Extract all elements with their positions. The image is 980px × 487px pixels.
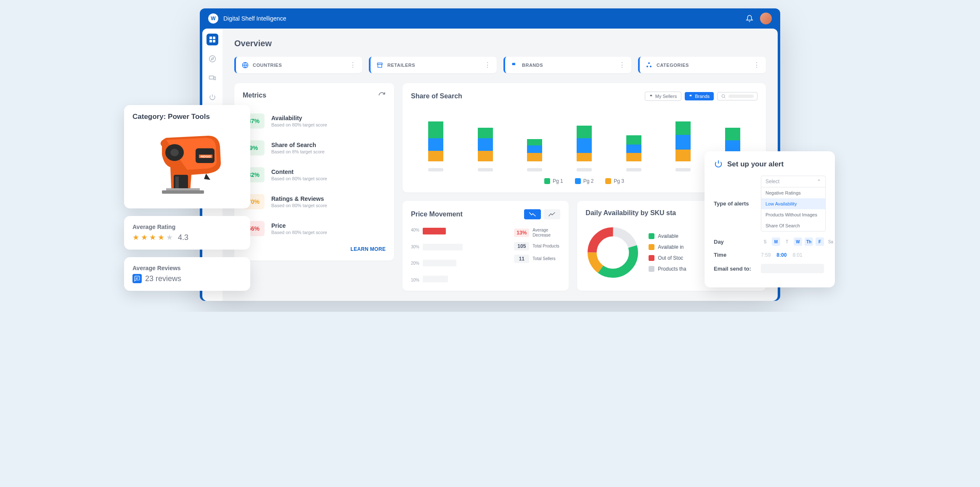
learn-more-link[interactable]: LEARN MORE bbox=[243, 246, 386, 252]
svg-rect-25 bbox=[166, 188, 200, 190]
main-content: Overview COUNTRIES ⋮ RETAILERS ⋮ BRANDS … bbox=[222, 29, 778, 301]
time-option[interactable]: 8:01 bbox=[792, 252, 802, 258]
flag-icon bbox=[511, 62, 518, 68]
sidebar-item-dashboard[interactable] bbox=[207, 34, 218, 45]
price-bars: 40% 30% 20% 10% bbox=[411, 228, 507, 282]
legend-item: Pg 3 bbox=[605, 178, 624, 184]
svg-point-4 bbox=[209, 56, 216, 62]
metrics-title: Metrics bbox=[243, 92, 266, 99]
x-label bbox=[675, 168, 691, 171]
share-search-title: Share of Search bbox=[411, 92, 462, 100]
svg-point-9 bbox=[648, 62, 650, 64]
select-option[interactable]: Products Without Images bbox=[761, 209, 825, 220]
legend-item: Products tha bbox=[649, 266, 686, 272]
legend-item: Available in bbox=[649, 244, 686, 250]
product-card: Category: Power Tools RIDGID bbox=[124, 105, 250, 208]
legend-label: Available in bbox=[658, 244, 683, 250]
sidebar-item-devices[interactable] bbox=[207, 72, 218, 84]
more-icon[interactable]: ⋮ bbox=[619, 61, 625, 69]
day-option[interactable]: Sa bbox=[826, 237, 835, 246]
email-input[interactable] bbox=[761, 264, 824, 273]
user-avatar[interactable] bbox=[760, 13, 772, 24]
filter-brands[interactable]: BRANDS ⋮ bbox=[503, 57, 631, 73]
donut-chart bbox=[585, 225, 640, 280]
trend-up-button[interactable] bbox=[543, 209, 560, 219]
sidebar-item-compass[interactable] bbox=[207, 53, 218, 65]
star-icon: ★ bbox=[132, 233, 139, 242]
select-option[interactable]: Negative Ratings bbox=[761, 187, 825, 198]
search-input[interactable] bbox=[717, 92, 758, 100]
filter-label: BRANDS bbox=[522, 63, 543, 68]
chart-bar bbox=[527, 139, 542, 161]
day-option[interactable]: W bbox=[794, 237, 802, 246]
metric-name: Content bbox=[271, 168, 327, 175]
select-option[interactable]: Low Availability bbox=[761, 198, 825, 209]
alert-overlay: Set up your alert Type of alerts Select⌃… bbox=[705, 151, 835, 295]
metrics-card: Metrics 87% Availability Based on 80% ta… bbox=[234, 83, 394, 261]
more-icon[interactable]: ⋮ bbox=[484, 61, 491, 69]
flag-icon bbox=[689, 94, 693, 98]
legend-item: Out of Stoc bbox=[649, 255, 686, 261]
alert-type-select[interactable]: Select⌃ Negative RatingsLow Availability… bbox=[761, 176, 826, 232]
x-label bbox=[478, 168, 493, 171]
metric-sub: Based on 8% target score bbox=[271, 149, 325, 154]
day-option[interactable]: F bbox=[816, 237, 824, 246]
my-sellers-pill[interactable]: My Sellers bbox=[645, 92, 681, 101]
filter-label: RETAILERS bbox=[387, 63, 415, 68]
store-icon bbox=[376, 62, 383, 68]
rating-title: Average Rating bbox=[132, 224, 242, 230]
sidebar-item-power[interactable] bbox=[207, 92, 218, 103]
cluster-icon bbox=[646, 62, 652, 68]
filter-categories[interactable]: CATEGORIES ⋮ bbox=[638, 57, 766, 73]
filters-row: COUNTRIES ⋮ RETAILERS ⋮ BRANDS ⋮ CATEGOR… bbox=[234, 57, 766, 73]
svg-point-11 bbox=[650, 66, 652, 67]
app-logo-icon: W bbox=[208, 13, 218, 24]
chart-bar bbox=[675, 121, 691, 161]
svg-rect-6 bbox=[209, 76, 214, 79]
time-option[interactable]: 7:59 bbox=[761, 252, 771, 258]
metric-name: Price bbox=[271, 222, 327, 229]
chart-bar bbox=[626, 135, 641, 161]
day-option[interactable]: S bbox=[761, 237, 769, 246]
refresh-icon[interactable] bbox=[378, 92, 386, 99]
stat-value: 105 bbox=[514, 242, 529, 250]
svg-point-18 bbox=[170, 149, 179, 156]
more-icon[interactable]: ⋮ bbox=[753, 61, 760, 69]
metric-row: 70% Ratings & Reviews Based on 80% targe… bbox=[243, 188, 386, 215]
more-icon[interactable]: ⋮ bbox=[350, 61, 356, 69]
power-icon bbox=[714, 160, 723, 169]
alert-title: Set up your alert bbox=[727, 160, 784, 168]
filter-retailers[interactable]: RETAILERS ⋮ bbox=[369, 57, 497, 73]
brands-pill[interactable]: Brands bbox=[685, 92, 714, 100]
svg-text:RIDGID: RIDGID bbox=[201, 155, 211, 158]
svg-rect-3 bbox=[213, 40, 215, 42]
metric-row: 9% Share of Search Based on 8% target sc… bbox=[243, 134, 386, 161]
time-option[interactable]: 8:00 bbox=[776, 252, 787, 258]
day-option[interactable]: T bbox=[783, 237, 791, 246]
metric-row: 56% Price Based on 80% target score bbox=[243, 215, 386, 242]
app-frame: W Digital Shelf Intelligence Overview CO… bbox=[200, 8, 780, 301]
trend-down-button[interactable] bbox=[524, 209, 541, 219]
search-icon bbox=[721, 94, 726, 99]
price-title: Price Movement bbox=[411, 211, 463, 218]
app-title: Digital Shelf Intelligence bbox=[223, 15, 286, 22]
alert-card: Set up your alert Type of alerts Select⌃… bbox=[705, 151, 835, 287]
day-option[interactable]: M bbox=[772, 237, 780, 246]
category-title: Category: Power Tools bbox=[132, 113, 242, 121]
legend-item: Pg 2 bbox=[575, 178, 594, 184]
star-icon: ★ bbox=[158, 233, 164, 242]
chart-bar bbox=[428, 121, 443, 161]
filter-countries[interactable]: COUNTRIES ⋮ bbox=[234, 57, 362, 73]
stat-label: Total Products bbox=[532, 244, 559, 249]
day-option[interactable]: Th bbox=[805, 237, 813, 246]
rating-value: 4.3 bbox=[178, 233, 188, 242]
metric-sub: Based on 80% target score bbox=[271, 203, 327, 208]
review-icon bbox=[132, 274, 142, 283]
globe-icon bbox=[242, 62, 249, 68]
select-option[interactable]: Share Of Search bbox=[761, 220, 825, 231]
legend-label: Products tha bbox=[658, 266, 686, 272]
bell-icon[interactable] bbox=[746, 15, 753, 22]
legend-item: Pg 1 bbox=[544, 178, 563, 184]
svg-point-12 bbox=[722, 95, 725, 97]
metric-sub: Based on 80% target score bbox=[271, 230, 327, 235]
